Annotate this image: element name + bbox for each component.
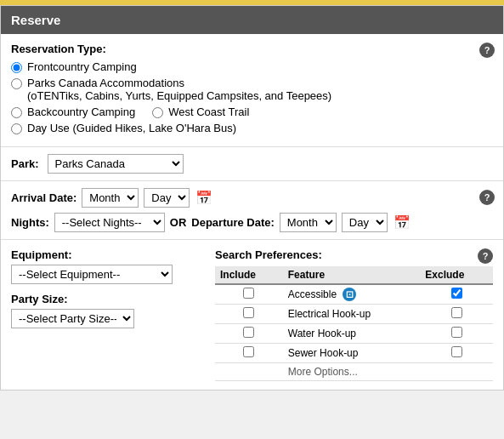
nights-select[interactable]: --Select Nights-- [54,213,165,232]
pref-row-more: More Options... [215,363,493,381]
date-section: ? Arrival Date: Month Day 📅 Nights: --Se… [1,181,503,240]
arrival-day-select[interactable]: Day [144,188,190,208]
pref-row-accessible: Accessible ⚀ [215,284,493,305]
radio-inline-group: Backcountry Camping West Coast Trail [11,105,493,122]
arrival-date-label: Arrival Date: [11,191,76,204]
radio-backcountry[interactable] [11,107,22,118]
water-include-checkbox[interactable] [243,327,254,338]
equipment-label: Equipment: [11,248,198,261]
accessible-feature-label: Accessible [288,288,337,300]
sewer-include-checkbox[interactable] [243,346,254,357]
electrical-include-checkbox[interactable] [243,307,254,318]
reservation-type-section: Reservation Type: ? Frontcountry Camping… [1,34,503,147]
more-options-label[interactable]: More Options... [288,366,358,378]
reservation-type-radio-group: Frontcountry Camping Parks Canada Accomm… [11,60,493,134]
reservation-type-help-icon[interactable]: ? [479,43,495,58]
sewer-feature-label: Sewer Hook-up [288,347,359,359]
radio-row-dayuse: Day Use (Guided Hikes, Lake O'Hara Bus) [11,122,493,134]
reservation-type-label: Reservation Type: [11,43,106,55]
pref-row-sewer: Sewer Hook-up [215,344,493,363]
park-section: Park: Parks Canada [1,147,503,181]
col-include: Include [215,266,283,284]
park-select[interactable]: Parks Canada [48,154,184,174]
or-text: OR [170,216,187,229]
radio-dayuse-label: Day Use (Guided Hikes, Lake O'Hara Bus) [27,122,236,134]
accessible-exclude-checkbox[interactable] [451,288,462,299]
panel-header: Reserve [1,6,503,34]
radio-parkscanada-label: Parks Canada Accommodations(oTENTiks, Ca… [27,77,331,102]
departure-day-select[interactable]: Day [342,213,388,232]
party-size-select[interactable]: --Select Party Size-- [11,309,134,328]
water-exclude-checkbox[interactable] [451,327,462,338]
right-col: Search Preferences: ? Include Feature Ex… [215,248,493,381]
radio-westcoast-label: West Coast Trail [168,105,249,118]
radio-row-parkscanada: Parks Canada Accommodations(oTENTiks, Ca… [11,77,493,102]
departure-calendar-icon[interactable]: 📅 [393,214,411,232]
departure-label: Departure Date: [191,216,275,229]
left-col: Equipment: --Select Equipment-- Party Si… [11,248,198,381]
radio-westcoast[interactable] [152,107,163,118]
col-feature: Feature [283,266,421,284]
bottom-section: Equipment: --Select Equipment-- Party Si… [1,240,503,390]
radio-frontcountry-label: Frontcountry Camping [27,60,137,73]
search-prefs-title: Search Preferences: [215,248,493,261]
departure-month-select[interactable]: Month [280,213,337,232]
electrical-feature-label: Electrical Hook-up [288,308,371,320]
arrival-calendar-icon[interactable]: 📅 [195,189,213,208]
water-feature-label: Water Hook-up [288,328,356,339]
radio-dayuse[interactable] [11,123,22,134]
party-size-container: Party Size: --Select Party Size-- [11,293,198,328]
radio-frontcountry[interactable] [11,62,22,73]
radio-row-frontcountry: Frontcountry Camping [11,60,493,73]
pref-row-electrical: Electrical Hook-up [215,305,493,324]
nights-label: Nights: [11,216,49,229]
accessible-icon: ⚀ [343,288,356,301]
radio-row-backcountry: Backcountry Camping [11,105,135,118]
col-exclude: Exclude [420,266,493,284]
electrical-exclude-checkbox[interactable] [451,307,462,318]
panel-title: Reserve [11,13,60,27]
search-prefs-help-icon[interactable]: ? [478,248,493,264]
sewer-exclude-checkbox[interactable] [451,346,462,357]
arrival-date-row: Arrival Date: Month Day 📅 [11,188,493,208]
reserve-panel: Reserve Reservation Type: ? Frontcountry… [0,5,504,391]
search-prefs-header: Search Preferences: ? [215,248,493,261]
radio-parkscanada[interactable] [11,78,22,89]
nights-row: Nights: --Select Nights-- OR Departure D… [11,213,493,232]
search-prefs-table: Include Feature Exclude Accessible ⚀ [215,266,493,381]
park-label: Park: [11,157,39,170]
date-help-icon[interactable]: ? [479,190,495,205]
equipment-select[interactable]: --Select Equipment-- [11,265,173,284]
arrival-month-select[interactable]: Month [82,188,139,208]
radio-row-westcoast: West Coast Trail [152,105,249,118]
accessible-include-checkbox[interactable] [243,288,254,299]
radio-backcountry-label: Backcountry Camping [27,105,135,118]
party-size-label: Party Size: [11,293,198,305]
pref-row-water: Water Hook-up [215,324,493,344]
prefs-header-row: Include Feature Exclude [215,266,493,284]
